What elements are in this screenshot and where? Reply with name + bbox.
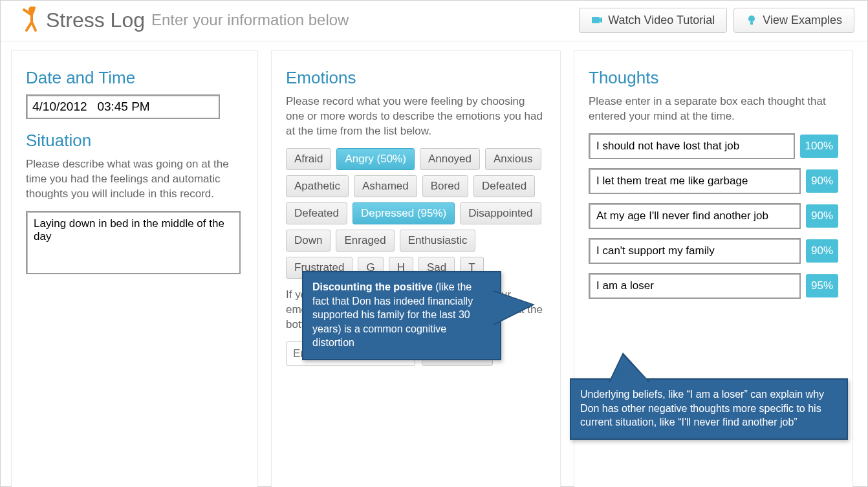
date-time-input[interactable]: 4/10/2012 03:45 PM: [26, 94, 220, 119]
callout-underlying-beliefs: Underlying beliefs, like “I am a loser” …: [570, 378, 848, 440]
thought-input[interactable]: I can't support my family: [589, 238, 801, 264]
thought-percent[interactable]: 90%: [806, 239, 838, 263]
emotion-chip[interactable]: Annoyed: [420, 148, 480, 170]
emotions-desc: Please record what you were feeling by c…: [286, 94, 546, 139]
thought-row: I am a loser95%: [589, 273, 838, 299]
thought-row: I should not have lost that job100%: [589, 133, 838, 159]
thought-percent[interactable]: 95%: [806, 274, 838, 298]
callout-discounting-positive: Discounting the positive (like the fact …: [302, 271, 501, 360]
thought-row: I let them treat me like garbage90%: [589, 168, 838, 194]
thought-row: I can't support my family90%: [589, 238, 838, 264]
thought-input[interactable]: At my age I'll never find another job: [589, 203, 801, 229]
emotion-chip[interactable]: Afraid: [286, 148, 331, 170]
thoughts-list: I should not have lost that job100%I let…: [589, 133, 838, 299]
emotions-chip-list: AfraidAngry (50%)AnnoyedAnxiousApathetic…: [286, 148, 546, 279]
emotion-chip[interactable]: Defeated: [286, 202, 347, 224]
thought-percent[interactable]: 90%: [806, 169, 838, 193]
situation-input[interactable]: Laying down in bed in the middle of the …: [26, 211, 241, 274]
callout1-bold: Discounting the positive: [312, 281, 433, 292]
emotion-chip[interactable]: Angry (50%): [336, 148, 414, 170]
view-examples-button[interactable]: View Examples: [733, 8, 854, 33]
page-title: Stress Log: [46, 8, 145, 32]
lightbulb-icon: [746, 14, 757, 26]
callout2-text: Underlying beliefs, like “I am a loser” …: [580, 389, 824, 427]
emotion-chip[interactable]: Enraged: [336, 230, 394, 252]
header: Stress Log Enter your information below …: [1, 1, 867, 41]
time-value: 03:45 PM: [97, 100, 149, 113]
situation-heading: Situation: [26, 131, 243, 151]
logo-icon: [20, 6, 41, 34]
watch-tutorial-button[interactable]: Watch Video Tutorial: [579, 8, 727, 33]
thought-input[interactable]: I should not have lost that job: [589, 133, 795, 159]
thought-percent[interactable]: 90%: [806, 204, 838, 228]
thought-row: At my age I'll never find another job90%: [589, 203, 838, 229]
video-icon: [591, 14, 603, 26]
emotion-chip[interactable]: Down: [286, 230, 331, 252]
app-window: Stress Log Enter your information below …: [0, 0, 868, 487]
emotion-chip[interactable]: Apathetic: [286, 175, 349, 197]
emotion-chip[interactable]: Enthusiastic: [400, 230, 476, 252]
svg-rect-1: [592, 17, 600, 23]
thoughts-desc: Please enter in a separate box each thou…: [589, 94, 838, 124]
situation-value: Laying down in bed in the middle of the …: [34, 217, 224, 243]
header-buttons: Watch Video Tutorial View Examples: [579, 8, 854, 33]
svg-rect-3: [750, 22, 753, 25]
thought-percent[interactable]: 100%: [800, 135, 838, 158]
emotion-chip[interactable]: Bored: [422, 175, 468, 197]
emotion-chip[interactable]: Depressed (95%): [353, 202, 455, 224]
date-value: 4/10/2012: [32, 100, 87, 113]
watch-tutorial-label: Watch Video Tutorial: [608, 14, 715, 27]
view-examples-label: View Examples: [763, 14, 842, 27]
thought-input[interactable]: I let them treat me like garbage: [589, 168, 801, 194]
panel-date-situation: Date and Time 4/10/2012 03:45 PM Situati…: [11, 50, 258, 487]
svg-point-2: [748, 16, 755, 22]
emotion-chip[interactable]: Disappointed: [460, 202, 541, 224]
thoughts-heading: Thoughts: [589, 68, 838, 88]
panel-emotions: Emotions Please record what you were fee…: [271, 50, 561, 487]
date-time-heading: Date and Time: [26, 68, 243, 88]
emotion-chip[interactable]: Defeated: [473, 175, 535, 197]
situation-desc: Please describe what was going on at the…: [26, 157, 243, 202]
emotion-chip[interactable]: Ashamed: [354, 175, 417, 197]
thought-input[interactable]: I am a loser: [589, 273, 801, 299]
emotions-heading: Emotions: [286, 68, 546, 88]
page-subtitle: Enter your information below: [151, 11, 349, 29]
emotion-chip[interactable]: Anxious: [485, 148, 541, 170]
